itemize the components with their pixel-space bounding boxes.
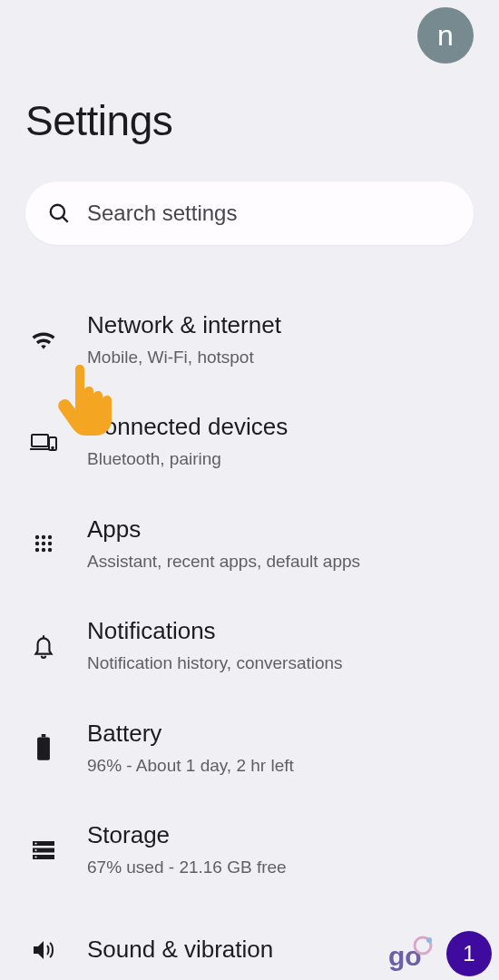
item-storage[interactable]: Storage 67% used - 21.16 GB free bbox=[25, 799, 474, 900]
top-bar: n bbox=[25, 0, 474, 64]
svg-point-22 bbox=[34, 849, 36, 851]
svg-point-9 bbox=[35, 542, 39, 545]
svg-point-25 bbox=[426, 937, 432, 943]
avatar[interactable]: n bbox=[417, 7, 474, 64]
item-subtitle: Notification history, conversations bbox=[87, 652, 474, 675]
page-title: Settings bbox=[25, 96, 474, 145]
svg-point-11 bbox=[48, 542, 52, 545]
item-subtitle: Assistant, recent apps, default apps bbox=[87, 551, 474, 573]
item-notifications[interactable]: Notifications Notification history, conv… bbox=[25, 594, 474, 696]
svg-point-5 bbox=[52, 446, 54, 448]
svg-point-7 bbox=[42, 535, 45, 539]
storage-icon bbox=[25, 832, 62, 868]
item-title: Notifications bbox=[87, 616, 474, 647]
volume-icon bbox=[25, 932, 62, 968]
item-title: Network & internet bbox=[87, 310, 474, 341]
svg-rect-16 bbox=[42, 734, 46, 737]
item-subtitle: Mobile, Wi-Fi, hotspot bbox=[87, 347, 474, 369]
svg-point-8 bbox=[48, 535, 52, 539]
item-title: Apps bbox=[87, 514, 474, 545]
item-apps[interactable]: Apps Assistant, recent apps, default app… bbox=[25, 493, 474, 594]
devices-icon bbox=[25, 424, 62, 460]
go-text: go bbox=[388, 941, 422, 971]
settings-list: Network & internet Mobile, Wi-Fi, hotspo… bbox=[25, 289, 474, 980]
svg-point-12 bbox=[35, 548, 39, 552]
svg-point-14 bbox=[48, 548, 52, 552]
bell-icon bbox=[25, 628, 62, 664]
svg-line-1 bbox=[63, 217, 68, 222]
svg-point-23 bbox=[34, 856, 36, 858]
item-battery[interactable]: Battery 96% - About 1 day, 2 hr left bbox=[25, 697, 474, 799]
notification-badge[interactable]: 1 bbox=[446, 931, 492, 976]
item-title: Storage bbox=[87, 820, 474, 851]
item-title: Battery bbox=[87, 719, 474, 750]
item-subtitle: 96% - About 1 day, 2 hr left bbox=[87, 755, 474, 778]
go-widget[interactable]: go bbox=[385, 933, 435, 976]
search-placeholder: Search settings bbox=[87, 201, 237, 226]
wifi-icon bbox=[25, 321, 62, 358]
svg-point-21 bbox=[34, 842, 36, 844]
item-subtitle: Bluetooth, pairing bbox=[87, 448, 474, 471]
svg-point-13 bbox=[42, 548, 45, 552]
search-settings-bar[interactable]: Search settings bbox=[25, 181, 474, 245]
item-subtitle: 67% used - 21.16 GB free bbox=[87, 857, 474, 879]
search-icon bbox=[47, 201, 71, 225]
svg-rect-2 bbox=[32, 435, 48, 446]
item-title: Connected devices bbox=[87, 412, 474, 443]
svg-rect-17 bbox=[37, 738, 50, 760]
svg-point-6 bbox=[35, 535, 39, 539]
svg-point-10 bbox=[42, 542, 45, 545]
apps-grid-icon bbox=[25, 525, 62, 562]
item-connected-devices[interactable]: Connected devices Bluetooth, pairing bbox=[25, 390, 474, 492]
svg-point-0 bbox=[51, 205, 64, 219]
battery-icon bbox=[25, 730, 62, 766]
item-network-internet[interactable]: Network & internet Mobile, Wi-Fi, hotspo… bbox=[25, 289, 474, 390]
